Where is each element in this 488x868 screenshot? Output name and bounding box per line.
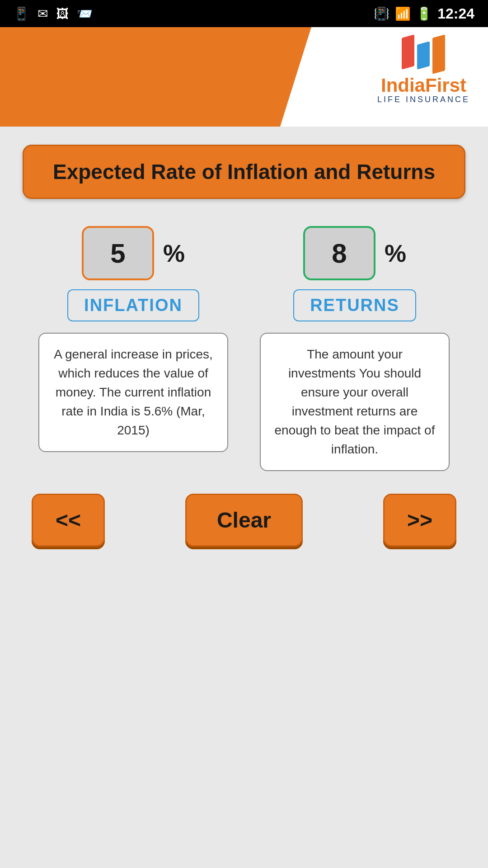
returns-label: RETURNS <box>310 296 399 315</box>
status-icons-right: 📳 📶 🔋 12:24 <box>374 5 474 22</box>
returns-description: The amount your investments You should e… <box>275 347 435 456</box>
inflation-description-box: A general increase in prices, which redu… <box>38 333 228 452</box>
battery-icon: 🔋 <box>416 6 432 21</box>
status-icons-left: 📱 ✉ 🖼 📨 <box>14 6 93 21</box>
brand-india: India <box>381 75 425 96</box>
logo-bar-blue <box>417 41 430 70</box>
prev-button[interactable]: << <box>32 494 105 547</box>
bottom-area <box>0 565 488 868</box>
logo-bar-red <box>402 34 414 70</box>
inflation-description: A general increase in prices, which redu… <box>54 347 213 437</box>
returns-column: 8 % RETURNS The amount your investments … <box>260 226 450 471</box>
inflation-value: 5 <box>110 238 125 269</box>
inflation-input-row: 5 % <box>82 226 185 280</box>
brand-subtitle: LIFE INSURANCE <box>377 95 470 104</box>
logo-container: IndiaFirst LIFE INSURANCE <box>377 36 470 104</box>
returns-percent: % <box>385 239 406 267</box>
whatsapp-icon: 📱 <box>14 6 29 21</box>
logo-text: IndiaFirst LIFE INSURANCE <box>377 76 470 104</box>
page-title: Expected Rate of Inflation and Returns <box>53 160 435 184</box>
returns-value-box[interactable]: 8 <box>303 226 375 280</box>
returns-description-box: The amount your investments You should e… <box>260 333 450 471</box>
main-content: Expected Rate of Inflation and Returns 5… <box>0 127 488 565</box>
inflation-value-box[interactable]: 5 <box>82 226 154 280</box>
clock: 12:24 <box>437 5 474 22</box>
returns-input-row: 8 % <box>303 226 406 280</box>
inflation-label: INFLATION <box>84 296 183 315</box>
logo-bar-orange <box>432 34 445 74</box>
vibrate-icon: 📳 <box>374 6 389 21</box>
brand-first: First <box>425 75 466 96</box>
returns-label-box: RETURNS <box>293 289 416 321</box>
signal-icon: 📶 <box>395 6 411 21</box>
brand-name: IndiaFirst <box>377 76 470 95</box>
inflation-label-box: INFLATION <box>67 289 199 321</box>
next-button[interactable]: >> <box>383 494 456 547</box>
gmail-icon: ✉ <box>38 6 48 21</box>
returns-value: 8 <box>332 238 347 269</box>
logo-icon <box>402 36 445 72</box>
inflation-percent: % <box>163 239 185 267</box>
app-header: IndiaFirst LIFE INSURANCE <box>0 27 488 127</box>
status-bar: 📱 ✉ 🖼 📨 📳 📶 🔋 12:24 <box>0 0 488 27</box>
rate-section: 5 % INFLATION A general increase in pric… <box>23 226 465 471</box>
clear-button[interactable]: Clear <box>185 494 303 547</box>
inbox-icon: 📨 <box>77 6 93 21</box>
inflation-column: 5 % INFLATION A general increase in pric… <box>38 226 228 452</box>
image-icon: 🖼 <box>56 6 69 21</box>
navigation-buttons: << Clear >> <box>23 494 465 547</box>
page-title-box: Expected Rate of Inflation and Returns <box>23 145 465 199</box>
